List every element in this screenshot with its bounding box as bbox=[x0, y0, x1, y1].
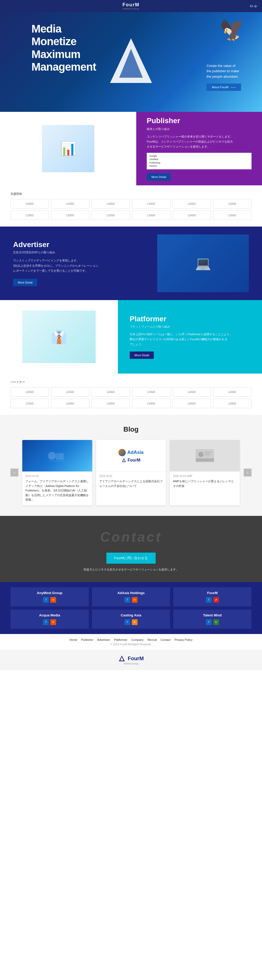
company-link-adasia[interactable]: AdAsia Holdings f in bbox=[92, 587, 170, 606]
blog-card-3[interactable]: 2020.10.01 AMP AMPを前にパブリッシャーが置えるジレンマとその対… bbox=[170, 440, 240, 505]
advertiser-more-detail-button[interactable]: More Detail bbox=[13, 279, 37, 286]
support-logo-5: LOGO bbox=[173, 199, 211, 208]
blog-card-3-date: 2020.10.01 AMP bbox=[173, 475, 237, 477]
header-logo: FourM AdAsia Group bbox=[123, 2, 140, 10]
platformer-section: 👔 Platformer プラットフォームとの取り組み 日本上陸中の海外ツールは… bbox=[0, 300, 262, 374]
advertiser-title: Advertiser bbox=[13, 240, 131, 249]
nav-link-publisher[interactable]: Publisher bbox=[81, 638, 93, 641]
partner-logo-5: LOGO bbox=[173, 387, 211, 397]
company-link-fourem[interactable]: FourM f yt bbox=[173, 587, 251, 606]
blog-next-button[interactable]: › bbox=[244, 469, 251, 476]
svg-rect-3 bbox=[56, 453, 64, 460]
acqua-icon-2: in bbox=[50, 619, 56, 625]
support-label: 支援団体 bbox=[11, 192, 251, 196]
support-logo-12: LOGO bbox=[213, 210, 251, 220]
nav-link-company[interactable]: Company bbox=[131, 638, 144, 641]
blog-card-1-date: 2019.10.03 bbox=[25, 475, 89, 477]
casting-icon-2: ★ bbox=[132, 619, 137, 625]
partner-logo-3: LOGO bbox=[92, 387, 130, 397]
company-link-anymind[interactable]: AnyMind Group f in bbox=[11, 587, 89, 606]
partner-logo-12: LOGO bbox=[213, 399, 251, 408]
company-name-anymind: AnyMind Group bbox=[16, 591, 84, 595]
contact-bg-title: Contact bbox=[100, 529, 162, 545]
blog-card-1-image bbox=[22, 440, 92, 471]
partner-logo-2: LOGO bbox=[51, 387, 90, 397]
partner-logo-grid: LOGO LOGO LOGO LOGO LOGO LOGO LOGO LOGO … bbox=[11, 387, 251, 408]
platformer-body: 日本上陸中の海外ツールは一般に、いち早くPlatformerと提携することにより… bbox=[130, 332, 250, 347]
publisher-jp-subtitle: 媒体との取り組み bbox=[147, 127, 251, 131]
advertiser-image: 💻 bbox=[157, 234, 249, 292]
company-icons-talent: f in bbox=[178, 619, 246, 625]
partner-section: パートナー LOGO LOGO LOGO LOGO LOGO LOGO LOGO… bbox=[0, 374, 262, 415]
nav-link-advertiser[interactable]: Advertiser bbox=[97, 638, 110, 641]
copyright-text: © 2019 FourM All Rights Reserved. bbox=[110, 643, 152, 646]
about-fourem-button[interactable]: About FourM bbox=[207, 83, 241, 91]
language-switcher[interactable]: En Jp bbox=[250, 5, 257, 8]
hero-subtext: Create the value of the publisher to mak… bbox=[207, 63, 241, 80]
publisher-content: Publisher 媒体との取り組み コンテンツパブリッシャー様の本来を切り開く… bbox=[136, 112, 262, 185]
blog-title: Blog bbox=[11, 425, 251, 433]
publisher-body: コンテンツパブリッシャー様の本来を切り開くサポートをします。 FourMは、コン… bbox=[147, 134, 251, 149]
support-logo-4: LOGO bbox=[132, 199, 170, 208]
partner-logo-10: LOGO bbox=[132, 399, 170, 408]
adasia-icon-2: in bbox=[132, 597, 137, 603]
hero-section: Media Monetize Maximum Management 🦅 Crea… bbox=[0, 12, 262, 112]
company-links-section: AnyMind Group f in AdAsia Holdings f in … bbox=[0, 582, 262, 634]
partner-logo-9: LOGO bbox=[92, 399, 130, 408]
blog-card-3-image bbox=[170, 440, 240, 471]
blog-card-1-body: 2019.10.03 フォーム、アドアジアホールディングスと連携しメディア向け「… bbox=[22, 471, 92, 505]
blog-card-2-date: 2019.10.01 bbox=[99, 475, 163, 477]
publisher-more-detail-button[interactable]: More Detail bbox=[147, 173, 171, 181]
blog-prev-button[interactable]: ‹ bbox=[11, 469, 18, 476]
company-link-casting[interactable]: Casting Asia f ★ bbox=[92, 609, 170, 629]
company-name-casting: Casting Asia bbox=[97, 613, 165, 617]
partner-logo-8: LOGO bbox=[51, 399, 90, 408]
support-logo-grid: LOGO LOGO LOGO LOGO LOGO LOGO LOGO LOGO … bbox=[11, 199, 251, 220]
publisher-image: 📊 bbox=[42, 125, 94, 172]
company-link-talent[interactable]: Talent Mind f in bbox=[173, 609, 251, 629]
publisher-section: 📊 Publisher 媒体との取り組み コンテンツパブリッシャー様の本来を切り… bbox=[0, 112, 262, 185]
blog-card-2-image: AdAsia FourM bbox=[96, 440, 166, 471]
blog-card-1-text: フォーム、アドアジアホールディングスと連携しメディア向け「AdAsia Digi… bbox=[25, 479, 89, 502]
blog-container: ‹ 2019.10.03 フォーム、アドアジアホールディングスと連携しメディア向… bbox=[11, 440, 251, 505]
advertiser-body: ワンストップでメディアバイイングを実現します。 3社以上交渉する手間をゼロに。プ… bbox=[13, 258, 131, 274]
company-icons-fourem: f yt bbox=[178, 597, 246, 603]
blog-card-3-text: AMPを前にパブリッシャーが置えるジレンマとその対策 bbox=[173, 479, 237, 488]
company-icons-adasia: f in bbox=[97, 597, 165, 603]
partner-logo-1: LOGO bbox=[11, 387, 49, 397]
svg-rect-11 bbox=[196, 458, 214, 461]
company-icons-anymind: f in bbox=[16, 597, 84, 603]
partner-logo-6: LOGO bbox=[213, 387, 251, 397]
partner-logo-11: LOGO bbox=[173, 399, 211, 408]
company-name-acqua: Acqua Media bbox=[16, 613, 84, 617]
company-name-adasia: AdAsia Holdings bbox=[97, 591, 165, 595]
logo-text: FourM bbox=[123, 2, 140, 8]
company-link-acqua[interactable]: Acqua Media f in bbox=[11, 609, 89, 629]
nav-link-home[interactable]: Home bbox=[70, 638, 77, 641]
company-name-talent: Talent Mind bbox=[178, 613, 246, 617]
talent-icon-2: in bbox=[213, 619, 219, 625]
svg-rect-10 bbox=[205, 454, 210, 455]
partner-label: パートナー bbox=[11, 380, 251, 384]
acqua-icon-1: f bbox=[43, 619, 49, 625]
company-icons-acqua: f in bbox=[16, 619, 84, 625]
svg-point-2 bbox=[48, 452, 56, 460]
partner-logo-7: LOGO bbox=[11, 399, 49, 408]
nav-link-recruit[interactable]: Recruit bbox=[147, 638, 157, 641]
nav-link-privacy[interactable]: Privacy Policy bbox=[175, 638, 192, 641]
site-header: FourM AdAsia Group En Jp bbox=[0, 0, 262, 12]
nav-link-contact[interactable]: Contact bbox=[161, 638, 170, 641]
publisher-title: Publisher bbox=[147, 116, 251, 125]
footer-nav: Home Publisher Advertiser Platformer Com… bbox=[0, 634, 262, 650]
platformer-more-detail-button[interactable]: More Detail bbox=[130, 352, 154, 359]
nav-link-platformer[interactable]: Platformer bbox=[114, 638, 127, 641]
support-logo-11: LOGO bbox=[173, 210, 211, 220]
contact-button[interactable]: FourMに問い合わせる bbox=[106, 553, 156, 564]
blog-card-2[interactable]: AdAsia FourM 2019.10.01 アドアジアホールディングスによる… bbox=[96, 440, 166, 505]
support-logo-1: LOGO bbox=[11, 199, 49, 208]
google-badge: Google Certified Publishing Partner bbox=[147, 153, 251, 169]
blog-cards: 2019.10.03 フォーム、アドアジアホールディングスと連携しメディア向け「… bbox=[22, 440, 240, 505]
blog-card-1[interactable]: 2019.10.03 フォーム、アドアジアホールディングスと連携しメディア向け「… bbox=[22, 440, 92, 505]
talent-icon-1: f bbox=[206, 619, 212, 625]
advertiser-jp-subtitle: 広告主/代理店/DSPとの取り組み bbox=[13, 250, 131, 255]
